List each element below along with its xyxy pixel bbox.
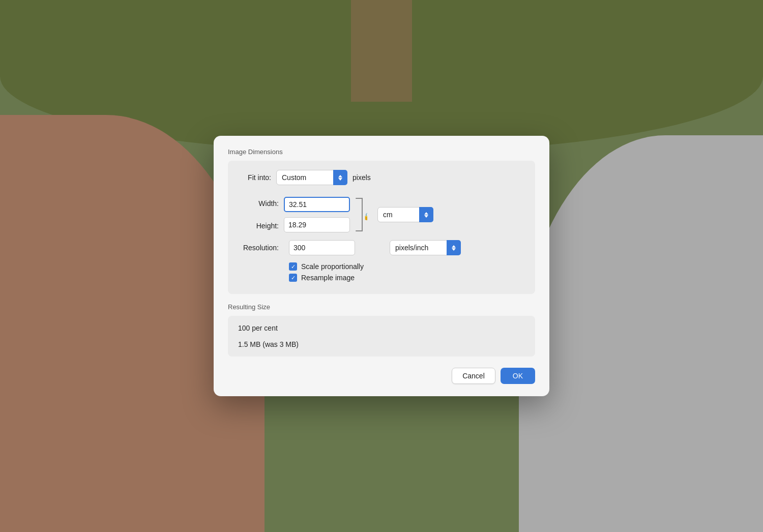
result-size: 1.5 MB (was 3 MB) (238, 340, 525, 348)
unit-stepper[interactable] (419, 207, 433, 222)
fit-into-stepper[interactable] (333, 170, 347, 185)
res-unit-stepper-down-icon (452, 248, 456, 251)
fit-into-label: Fit into: (238, 173, 271, 182)
stepper-up-icon (338, 175, 342, 178)
height-input[interactable] (284, 217, 350, 232)
scale-checkbox[interactable] (289, 262, 297, 271)
height-label: Height: (238, 219, 279, 233)
pixels-label: pixels (353, 173, 371, 182)
resolution-unit-stepper[interactable] (447, 240, 461, 255)
dim-inputs (284, 197, 350, 232)
resulting-size-panel: 100 per cent 1.5 MB (was 3 MB) (228, 316, 535, 357)
resolution-input[interactable] (289, 240, 355, 255)
dim-labels: Width: Height: (238, 196, 284, 233)
resolution-row: Resolution: pixels/inch (238, 240, 525, 255)
result-percent: 100 per cent (238, 324, 525, 332)
scale-checkbox-row: Scale proportionally (289, 262, 525, 271)
unit-stepper-up-icon (424, 212, 428, 215)
svg-text:🔒: 🔒 (363, 212, 367, 221)
cancel-button[interactable]: Cancel (452, 368, 495, 384)
resolution-label: Resolution: (238, 244, 284, 252)
dimensions-panel: Fit into: Custom pixels Width: Height: (228, 161, 535, 294)
fit-into-row: Fit into: Custom pixels (238, 170, 525, 185)
stepper-down-icon (338, 178, 342, 181)
resulting-size-title: Resulting Size (228, 303, 535, 311)
unit-stepper-down-icon (424, 215, 428, 218)
resolution-unit-select-wrapper: pixels/inch (390, 240, 461, 255)
dim-unit-row: Width: Height: 🔒 cm (238, 196, 525, 233)
scale-label: Scale proportionally (301, 262, 364, 271)
width-label: Width: (238, 196, 279, 211)
ok-button[interactable]: OK (501, 368, 535, 384)
width-input[interactable] (284, 197, 350, 212)
fit-into-select-wrapper: Custom (276, 170, 347, 185)
resample-checkbox[interactable] (289, 274, 297, 282)
image-dimensions-title: Image Dimensions (228, 148, 535, 156)
res-unit-stepper-up-icon (452, 245, 456, 248)
lock-bracket-area: 🔒 (355, 196, 367, 233)
image-dimensions-dialog: Image Dimensions Fit into: Custom pixels… (214, 136, 549, 396)
lock-bracket-svg: 🔒 (355, 196, 367, 233)
resample-label: Resample image (301, 274, 355, 282)
unit-select-wrapper: cm (377, 207, 433, 222)
button-row: Cancel OK (228, 368, 535, 384)
resample-checkbox-row: Resample image (289, 274, 525, 282)
